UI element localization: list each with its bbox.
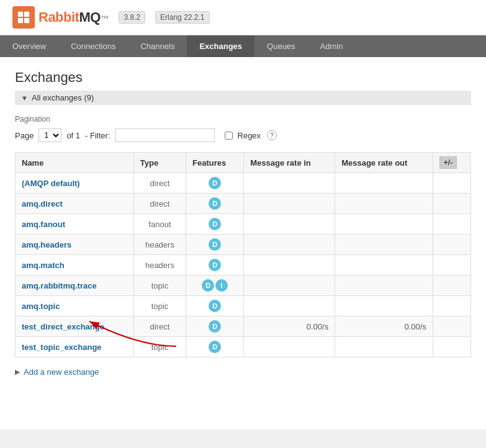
feature-badge-d: D [209,341,221,353]
exchange-type: direct [133,173,186,194]
exchange-features: D [186,194,244,214]
exchange-features: D [186,316,244,337]
col-plusminus: +/- [433,153,470,173]
feature-badge-d: D [202,279,214,292]
exchange-features: D [186,255,244,276]
exchange-rate-out [335,194,433,214]
col-rate-out: Message rate out [335,153,433,173]
feature-badge-d: D [209,320,221,333]
exchange-action [433,255,470,276]
pagination-row: Page 1 of 1 - Filter: Regex ? [15,128,471,142]
exchange-rate-out [335,337,433,357]
exchange-type: fanout [133,214,186,235]
feature-badge-d: D [209,300,221,312]
nav-queues[interactable]: Queues [254,35,308,57]
page-label: Page [15,131,34,140]
erlang-badge: Erlang 22.2.1 [155,11,209,24]
exchange-rate-in [244,235,335,255]
section-title: All exchanges (9) [32,93,94,102]
exchange-rate-out: 0.00/s [335,316,433,337]
exchange-features: D [186,173,244,194]
exchange-type: headers [133,235,186,255]
add-exchange-section[interactable]: ▶ Add a new exchange [15,367,471,377]
filter-input[interactable] [115,128,215,142]
exchange-action [433,316,470,337]
logo-icon [12,6,35,29]
svg-rect-0 [18,12,23,17]
section-header[interactable]: ▼ All exchanges (9) [15,91,471,105]
exchange-name-link[interactable]: amq.fanout [22,220,65,229]
exchange-rate-in [244,276,335,296]
content: Exchanges ▼ All exchanges (9) Pagination… [0,57,486,429]
feature-badge-d: D [209,218,221,230]
of-label: of 1 [66,131,80,140]
exchange-rate-out [335,296,433,316]
exchange-name-link[interactable]: amq.rabbitmq.trace [22,281,97,290]
table-row: amq.headersheadersD [16,235,471,255]
feature-badge-d: D [209,197,221,210]
exchange-rate-out [335,214,433,235]
plusminus-button[interactable]: +/- [439,156,457,169]
add-section-arrow-icon: ▶ [15,368,20,376]
nav-overview[interactable]: Overview [0,35,58,57]
exchange-features: D [186,235,244,255]
col-type: Type [133,153,186,173]
feature-badge-d: D [209,238,221,251]
page-select[interactable]: 1 [38,128,61,142]
exchange-name-link[interactable]: amq.topic [22,302,60,311]
section-arrow-icon: ▼ [21,94,28,102]
exchange-features: D [186,296,244,316]
exchange-action [433,214,470,235]
nav-admin[interactable]: Admin [308,35,356,57]
col-rate-in: Message rate in [244,153,335,173]
exchange-rate-in [244,214,335,235]
exchange-type: topic [133,296,186,316]
exchange-rate-in [244,194,335,214]
exchange-name-link[interactable]: amq.match [22,261,65,270]
exchange-rate-out [335,235,433,255]
exchange-action [433,194,470,214]
exchange-features: D [186,337,244,357]
exchange-action [433,173,470,194]
table-header-row: Name Type Features Message rate in Messa… [16,153,471,173]
svg-rect-2 [18,18,23,23]
nav-exchanges[interactable]: Exchanges [187,35,254,57]
pagination-label: Pagination [15,115,471,123]
feature-badge-d: D [209,259,221,271]
exchange-rate-out [335,255,433,276]
regex-checkbox[interactable] [225,132,233,140]
table-row: amq.rabbitmq.tracetopicDI [16,276,471,296]
exchange-name-link[interactable]: amq.headers [22,240,71,249]
logo: RabbitMQ™ [12,6,109,29]
nav-connections[interactable]: Connections [58,35,128,57]
exchange-features: DI [186,276,244,296]
version-badge: 3.8.2 [119,11,145,24]
svg-rect-1 [24,12,29,17]
exchange-name-link[interactable]: (AMQP default) [22,179,80,188]
regex-label: Regex [238,131,261,140]
table-row: amq.directdirectD [16,194,471,214]
exchange-rate-in: 0.00/s [244,316,335,337]
exchange-type: topic [133,276,186,296]
table-row: amq.fanoutfanoutD [16,214,471,235]
exchange-name-link[interactable]: amq.direct [22,199,63,208]
exchange-rate-in [244,296,335,316]
exchange-action [433,235,470,255]
table-container: Name Type Features Message rate in Messa… [15,152,471,357]
exchange-action [433,296,470,316]
exchange-rate-out [335,173,433,194]
exchange-rate-in [244,255,335,276]
table-row: amq.matchheadersD [16,255,471,276]
add-exchange-label: Add a new exchange [24,367,99,377]
exchange-action [433,337,470,357]
red-arrow-svg [52,315,189,352]
exchange-type: direct [133,194,186,214]
exchange-features: D [186,214,244,235]
exchange-rate-in [244,337,335,357]
nav-channels[interactable]: Channels [128,35,187,57]
table-row: (AMQP default)directD [16,173,471,194]
main-nav: Overview Connections Channels Exchanges … [0,35,486,57]
feature-badge-i: I [215,279,228,292]
exchange-type: headers [133,255,186,276]
help-icon[interactable]: ? [267,130,277,140]
